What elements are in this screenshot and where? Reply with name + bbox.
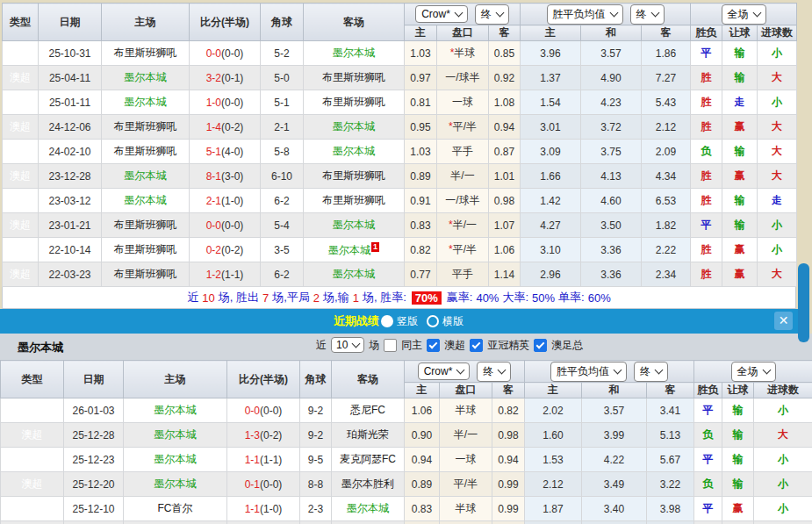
result-goals: 小 <box>754 497 812 521</box>
mean-home-value: 1.42 <box>521 189 581 213</box>
result-goals: 小 <box>754 472 812 497</box>
scope-select[interactable]: 全场 <box>722 4 766 25</box>
mean-away-value: 5.43 <box>642 90 691 115</box>
mean-away-value: 3.41 <box>647 398 694 423</box>
mean-period-select[interactable]: 终 <box>634 362 668 382</box>
mean-draw-value: 4.90 <box>581 66 642 90</box>
match-score: 1-4(0-2) <box>190 115 261 140</box>
match-date: 25-12-20 <box>64 472 124 497</box>
mean-away-value: 3.98 <box>647 497 694 521</box>
handicap-win-rate: 40% <box>476 291 499 305</box>
match-row: 澳超 24-12-06 布里斯班狮吼 1-4(0-2) 2-1 墨尔本城 0.9… <box>3 115 797 140</box>
league-cup-checkbox[interactable] <box>534 339 547 352</box>
home-team: 墨尔本城 <box>124 472 227 497</box>
match-row: 澳超 25-04-11 墨尔本城 3-2(0-1) 5-0 布里斯班狮吼 0.9… <box>3 66 797 90</box>
mean-away-value: 7.27 <box>642 66 691 90</box>
away-team: 麦克阿瑟FC <box>332 448 405 472</box>
away-team: 珀斯光荣 <box>332 423 405 448</box>
home-team: 布里斯班狮吼 <box>102 41 190 66</box>
chevron-down-icon <box>498 366 507 375</box>
mean-draw-value: 4.22 <box>582 448 647 472</box>
result-goals: 小 <box>758 90 797 115</box>
odds-away: 1.06 <box>489 238 521 262</box>
col-result: 胜负 <box>691 25 722 41</box>
result-handicap: 输 <box>722 41 758 66</box>
home-team: 布里斯班狮吼 <box>102 115 190 140</box>
odds-home: 0.89 <box>405 164 437 189</box>
away-team: 墨尔本城 <box>304 41 405 66</box>
draw-count: 2 <box>313 291 320 305</box>
result-goals: 大 <box>758 164 797 189</box>
mean-type-select[interactable]: 胜平负均值 <box>547 4 623 25</box>
result-wdl: 胜 <box>691 238 722 262</box>
col-handicap: 盘口 <box>440 383 492 398</box>
league-badge: 澳超 <box>3 213 39 238</box>
chevron-down-icon <box>352 340 361 348</box>
radio-horizontal-layout[interactable] <box>427 315 439 327</box>
result-handicap: 赢 <box>722 115 758 140</box>
corner-score: 8-8 <box>300 472 332 497</box>
corner-score: 9-2 <box>300 398 332 423</box>
match-row: 澳超 23-03-12 墨尔本城 2-1(1-0) 6-2 布里斯班狮吼 0.9… <box>3 189 797 213</box>
match-date: 25-10-31 <box>39 41 102 66</box>
single-rate: 60% <box>588 291 611 305</box>
col-date: 日期 <box>64 361 124 398</box>
result-handicap: 输 <box>722 472 754 497</box>
odds-company-select[interactable]: Crow* <box>418 362 471 380</box>
match-row: 亚冠精英 25-12-10 FC首尔 1-1(1-0) 2-3 墨尔本城 0.8… <box>1 497 812 521</box>
league-badge: 澳超 <box>3 189 39 213</box>
matches-count-select[interactable]: 10 <box>331 337 364 353</box>
league-a-checkbox[interactable] <box>427 339 440 352</box>
mean-away-value <box>647 521 694 524</box>
odds-period-select[interactable]: 终 <box>477 362 511 382</box>
col-home: 主场 <box>124 361 227 398</box>
handicap-line: 半球 <box>440 497 492 521</box>
match-date: 24-02-10 <box>39 140 102 164</box>
result-goals: 走 <box>758 189 797 213</box>
match-date: 26-01-03 <box>64 398 124 423</box>
league-acl-checkbox[interactable] <box>470 339 483 352</box>
match-date: 23-01-21 <box>39 213 102 238</box>
result-goals: 大 <box>754 423 812 448</box>
chevron-down-icon <box>495 9 504 18</box>
h2h-table: 类型 日期 主场 比分(半场) 角球 客场 Crow* 终 胜平负均值 <box>2 3 797 287</box>
close-button[interactable]: ✕ <box>774 312 793 330</box>
mean-away-value: 1.82 <box>642 213 691 238</box>
col-handicap-result: 让球 <box>722 383 754 398</box>
mean-home-value: 3.01 <box>521 115 581 140</box>
match-score: 0-0(0-0) <box>227 398 300 423</box>
odds-away: 0.94 <box>492 448 525 472</box>
scope-select[interactable]: 全场 <box>731 362 776 382</box>
scrollbar-thumb[interactable] <box>798 263 809 342</box>
same-home-checkbox[interactable] <box>384 339 397 352</box>
odds-home: 1.03 <box>405 41 437 66</box>
col-goals: 进球数 <box>754 383 812 398</box>
chevron-down-icon <box>752 9 761 18</box>
col-score: 比分(半场) <box>190 4 261 41</box>
odds-company-select[interactable]: Crow* <box>415 5 468 23</box>
mean-away-value: 4.34 <box>642 164 691 189</box>
mean-type-select[interactable]: 胜平负均值 <box>550 362 627 382</box>
league-badge: 澳超 <box>3 90 39 115</box>
same-home-label: 同主 <box>401 338 422 353</box>
match-row: 澳超 24-02-10 布里斯班狮吼 5-1(4-0) 5-8 墨尔本城 1.0… <box>3 140 797 164</box>
away-team: 布里斯班狮吼 <box>304 66 405 90</box>
mean-period-select[interactable]: 终 <box>630 4 665 25</box>
odds-away: 0.99 <box>492 497 525 521</box>
handicap-line: *平/半 <box>437 115 489 140</box>
col-goals: 进球数 <box>758 25 797 41</box>
handicap-line: 一/球半 <box>437 66 489 90</box>
result-wdl <box>694 521 722 524</box>
result-handicap: 输 <box>722 66 758 90</box>
corner-score: 3-5 <box>261 238 304 262</box>
col-odds-away: 客 <box>489 25 521 41</box>
odds-away: 0.98 <box>492 423 525 448</box>
result-handicap: 输 <box>722 423 754 448</box>
corner-score: 6-2 <box>261 262 304 287</box>
handicap-line <box>440 521 492 524</box>
odds-period-select[interactable]: 终 <box>475 4 509 25</box>
mean-away-value: 2.12 <box>642 115 691 140</box>
result-wdl: 胜 <box>691 115 722 140</box>
mean-away-value: 2.34 <box>642 262 691 287</box>
radio-vertical-layout[interactable] <box>381 315 393 327</box>
